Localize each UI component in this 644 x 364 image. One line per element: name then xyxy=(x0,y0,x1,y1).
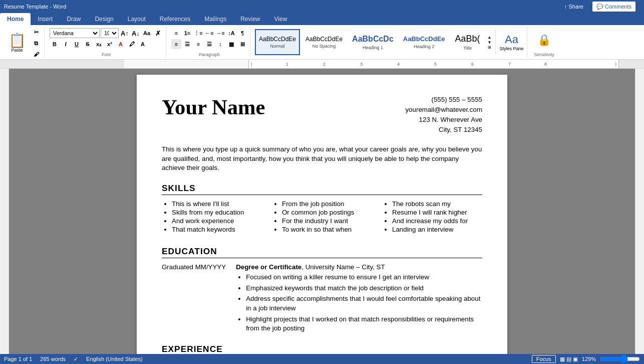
tab-insert[interactable]: Insert xyxy=(31,13,60,25)
edu-date: Graduated MM/YYYY xyxy=(162,263,226,335)
styles-pane-icon: Aa xyxy=(505,33,518,46)
style-normal[interactable]: AaBbCcDdEe Normal xyxy=(255,29,300,55)
strikethrough-button[interactable]: S xyxy=(83,39,93,49)
doc-name[interactable]: Your Name xyxy=(162,95,265,119)
style-h2-preview: AaBbCcDdEe xyxy=(403,35,445,43)
ribbon-content: 📋 Paste ✂ ⧉ 🖌 Clipboard Verdana Calibri … xyxy=(0,25,644,60)
education-row: Graduated MM/YYYY Degree or Certificate,… xyxy=(162,263,482,335)
style-h2-label: Heading 2 xyxy=(414,44,434,49)
cut-button[interactable]: ✂ xyxy=(31,27,41,37)
clipboard-section: 📋 Paste ✂ ⧉ 🖌 Clipboard xyxy=(3,27,45,57)
skill-item: The robots scan my xyxy=(392,200,482,208)
bold-button[interactable]: B xyxy=(50,39,60,49)
borders-button[interactable]: ⊞ xyxy=(237,39,247,49)
increase-indent-button[interactable]: →≡ xyxy=(215,28,225,38)
multilevel-list-button[interactable]: ⋮≡ xyxy=(193,28,203,38)
show-marks-button[interactable]: ¶ xyxy=(237,28,247,38)
tab-view[interactable]: View xyxy=(267,13,294,25)
italic-button[interactable]: I xyxy=(61,39,71,49)
font-color-button[interactable]: A xyxy=(116,39,126,49)
align-center-button[interactable]: ☰ xyxy=(182,39,192,49)
styles-pane-button[interactable]: Aa Styles Pane xyxy=(499,29,525,55)
education-title[interactable]: EDUCATION xyxy=(162,246,482,258)
font-size-select[interactable]: 10 11 12 14 16 18 xyxy=(101,28,119,38)
contact-city: City, ST 12345 xyxy=(405,125,482,135)
justify-button[interactable]: ☰ xyxy=(204,39,214,49)
line-spacing-button[interactable]: ↕ xyxy=(215,39,225,49)
paragraph-section: ≡ 1≡ ⋮≡ ←≡ →≡ ↕A ¶ ≡ ☰ ≡ ☰ ↕ ▦ ⊞ Paragra… xyxy=(168,27,251,57)
decrease-indent-button[interactable]: ←≡ xyxy=(204,28,214,38)
zoom-slider[interactable] xyxy=(600,355,640,363)
tab-review[interactable]: Review xyxy=(233,13,267,25)
style-heading1[interactable]: AaBbCcDc Heading 1 xyxy=(348,29,398,55)
doc-contact: (555) 555 – 5555 youremail@whatever.com … xyxy=(405,95,482,135)
paste-label: Paste xyxy=(11,48,23,53)
edu-degree: Degree or Certificate xyxy=(236,263,301,271)
skill-item: And work experience xyxy=(172,217,262,225)
language: English (United States) xyxy=(86,356,143,362)
ribbon-tabs: Home Insert Draw Design Layout Reference… xyxy=(0,13,644,25)
style-no-spacing[interactable]: AaBbCcDdEe No Spacing xyxy=(301,29,347,55)
comments-button[interactable]: 💬 Comments xyxy=(592,1,636,12)
highlight-button[interactable]: 🖍 xyxy=(127,39,137,49)
align-right-button[interactable]: ≡ xyxy=(193,39,203,49)
edu-bullet: Highlight projects that I worked on that… xyxy=(246,315,482,333)
main-area: Your Name (555) 555 – 5555 youremail@wha… xyxy=(0,69,644,364)
styles-section: AaBbCcDdEe Normal AaBbCcDdEe No Spacing … xyxy=(253,27,527,57)
subscript-button[interactable]: x₂ xyxy=(94,39,104,49)
clear-format-button[interactable]: ✗ xyxy=(153,28,163,38)
sort-button[interactable]: ↕A xyxy=(226,28,236,38)
style-h1-label: Heading 1 xyxy=(363,45,383,50)
paste-button[interactable]: 📋 Paste xyxy=(6,31,28,56)
skills-col-3: The robots scan my Resume I will rank hi… xyxy=(382,200,482,234)
tab-draw[interactable]: Draw xyxy=(60,13,88,25)
format-painter-button[interactable]: 🖌 xyxy=(31,49,41,59)
skill-item: And increase my odds for xyxy=(392,217,482,225)
edu-detail: Degree or Certificate, University Name –… xyxy=(236,263,482,335)
shading-button[interactable]: ▦ xyxy=(226,39,236,49)
gallery-scroll-arrow[interactable]: ▲ ▼ ⊞ xyxy=(486,29,493,55)
right-sidebar xyxy=(635,69,644,364)
ruler-inner: | 1 2 3 4 5 6 7 8 | xyxy=(248,60,619,68)
skills-title[interactable]: SKILLS xyxy=(162,183,482,195)
edu-bullets: Focused on writing a killer resume to en… xyxy=(246,273,482,333)
contact-address: 123 N. Wherever Ave xyxy=(405,115,482,125)
scroll-area[interactable]: Your Name (555) 555 – 5555 youremail@wha… xyxy=(9,69,635,364)
focus-button[interactable]: Focus xyxy=(532,355,556,363)
paragraph-label: Paragraph xyxy=(199,52,220,57)
bullets-button[interactable]: ≡ xyxy=(171,28,181,38)
edu-institution: , University Name – City, ST xyxy=(301,263,385,271)
decrease-font-button[interactable]: A↓ xyxy=(131,28,141,38)
copy-button[interactable]: ⧉ xyxy=(31,38,41,48)
increase-font-button[interactable]: A↑ xyxy=(120,28,130,38)
tab-references[interactable]: References xyxy=(153,13,197,25)
text-effects-button[interactable]: A xyxy=(138,39,148,49)
doc-summary[interactable]: This is where you type up a quick summar… xyxy=(162,145,482,173)
numbering-button[interactable]: 1≡ xyxy=(182,28,192,38)
sensitivity-section: 🔒 Sensitivity xyxy=(529,27,559,57)
share-button[interactable]: ↑ Share xyxy=(560,1,588,12)
tab-layout[interactable]: Layout xyxy=(121,13,153,25)
skill-item: For the industry I want xyxy=(282,217,372,225)
document[interactable]: Your Name (555) 555 – 5555 youremail@wha… xyxy=(137,75,507,364)
underline-button[interactable]: U xyxy=(72,39,82,49)
tab-home[interactable]: Home xyxy=(0,13,31,25)
styles-pane-label: Styles Pane xyxy=(500,46,524,52)
style-nospacing-preview: AaBbCcDdEe xyxy=(305,36,343,43)
tab-mailings[interactable]: Mailings xyxy=(197,13,233,25)
edu-bullet: Emphasized keywords that match the job d… xyxy=(246,284,482,293)
font-section: Verdana Calibri Times New Roman Arial 10… xyxy=(47,27,166,57)
tab-design[interactable]: Design xyxy=(88,13,120,25)
skill-item: To work in so that when xyxy=(282,226,372,233)
align-left-button[interactable]: ≡ xyxy=(171,39,181,49)
doc-header: Your Name (555) 555 – 5555 youremail@wha… xyxy=(162,95,482,135)
skill-item: This is where I'll list xyxy=(172,200,262,208)
font-name-select[interactable]: Verdana Calibri Times New Roman Arial xyxy=(50,28,100,38)
change-case-button[interactable]: Aa xyxy=(142,28,152,38)
skill-item: That match keywords xyxy=(172,226,262,233)
skills-col-1: This is where I'll list Skills from my e… xyxy=(162,200,262,234)
style-title[interactable]: AaBb( Title xyxy=(451,29,485,55)
superscript-button[interactable]: x² xyxy=(105,39,115,49)
header-actions: ↑ Share 💬 Comments xyxy=(556,1,640,12)
style-heading2[interactable]: AaBbCcDdEe Heading 2 xyxy=(399,29,449,55)
